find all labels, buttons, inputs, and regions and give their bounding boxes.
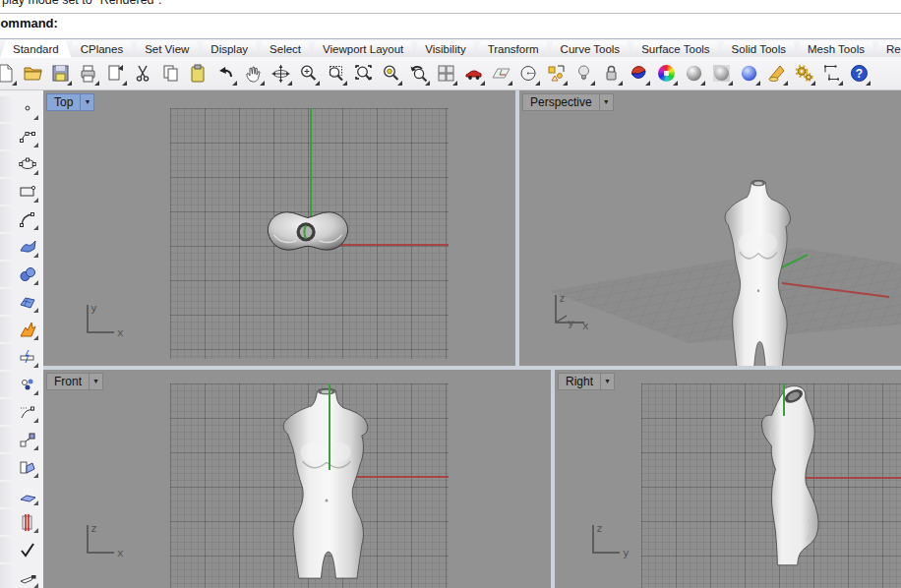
tab-select[interactable]: Select xyxy=(257,41,314,58)
torso-model-front-view[interactable] xyxy=(278,382,375,584)
chevron-down-icon[interactable]: ▼ xyxy=(600,93,614,111)
shaded-wedge-button[interactable] xyxy=(625,60,652,88)
circle-center-button[interactable] xyxy=(514,60,542,88)
pan-button[interactable] xyxy=(239,60,267,88)
viewport-title-right[interactable]: Right ▼ xyxy=(558,373,615,390)
viewport-front[interactable]: Front ▼ z x xyxy=(43,370,551,588)
clipped-tool-icon[interactable] xyxy=(0,206,12,232)
clipped-tool-icon[interactable] xyxy=(0,482,12,507)
fillet-corner-tool-icon[interactable] xyxy=(15,317,40,342)
viewport-title-label[interactable]: Top xyxy=(46,93,81,111)
new-file-button[interactable] xyxy=(0,60,19,88)
tab-curve-tools[interactable]: Curve Tools xyxy=(548,41,633,58)
move-tool-icon[interactable] xyxy=(15,427,40,452)
trim-plane-tool-icon[interactable] xyxy=(15,454,40,480)
tab-standard[interactable]: Standard xyxy=(0,40,72,58)
surface-patch-tool-icon[interactable] xyxy=(15,234,40,260)
chevron-down-icon[interactable]: ▼ xyxy=(81,93,94,111)
clipped-tool-icon[interactable] xyxy=(0,537,12,562)
clipped-tool-icon[interactable] xyxy=(0,262,12,287)
tab-solid-tools[interactable]: Solid Tools xyxy=(719,41,799,58)
rendered-mode-button[interactable] xyxy=(735,60,762,88)
osnap-button[interactable] xyxy=(542,60,570,88)
tab-set-view[interactable]: Set View xyxy=(132,41,202,58)
save-button[interactable] xyxy=(46,60,74,88)
print-button[interactable] xyxy=(74,60,101,88)
paste-button[interactable] xyxy=(184,60,211,88)
clipped-tool-icon[interactable] xyxy=(0,289,12,315)
point-tool-icon[interactable] xyxy=(15,96,40,122)
clipped-tool-icon[interactable] xyxy=(0,344,12,370)
chevron-down-icon[interactable]: ▼ xyxy=(601,373,615,390)
split-tool-icon[interactable] xyxy=(15,344,40,370)
clipped-tool-icon[interactable] xyxy=(0,427,12,452)
tab-display[interactable]: Display xyxy=(198,41,261,58)
tab-visibility[interactable]: Visibility xyxy=(412,41,478,58)
clipped-tool-icon[interactable] xyxy=(0,234,12,260)
help-button[interactable]: ? xyxy=(845,60,872,88)
zoom-window-button[interactable] xyxy=(322,60,349,88)
tab-mesh-tools[interactable]: Mesh Tools xyxy=(795,41,877,58)
clipped-tool-icon[interactable] xyxy=(0,372,12,397)
ellipse-tool-icon[interactable] xyxy=(15,151,40,177)
clipped-tool-icon[interactable] xyxy=(0,317,12,342)
undo-view-change-button[interactable] xyxy=(404,60,432,88)
shaded-mode-button[interactable] xyxy=(680,60,707,88)
section-tool-icon[interactable] xyxy=(15,509,40,535)
clipped-tool-icon[interactable] xyxy=(0,151,12,177)
tab-cplanes[interactable]: CPlanes xyxy=(68,41,136,58)
check-selection-tool-icon[interactable] xyxy=(15,537,40,562)
rotate-view-button[interactable] xyxy=(267,60,294,88)
clipped-tool-icon[interactable] xyxy=(0,124,12,149)
surface-from-grid-tool-icon[interactable] xyxy=(15,289,40,315)
extrude-surface-tool-icon[interactable] xyxy=(15,482,40,507)
viewport-title-label[interactable]: Front xyxy=(46,373,90,390)
tab-transform[interactable]: Transform xyxy=(475,41,552,58)
viewport-title-label[interactable]: Right xyxy=(558,373,601,390)
sphere-tool-icon[interactable] xyxy=(15,262,40,287)
viewport-title-top[interactable]: Top ▼ xyxy=(46,93,94,111)
named-views-button[interactable] xyxy=(459,60,487,88)
clipped-tool-icon[interactable] xyxy=(0,96,12,122)
color-wheel-button[interactable] xyxy=(652,60,680,88)
options-gears-button[interactable] xyxy=(790,60,817,88)
copy-button[interactable] xyxy=(156,60,184,88)
clipped-tool-icon[interactable] xyxy=(0,454,12,480)
torso-model-perspective[interactable] xyxy=(721,179,796,366)
tab-viewport-layout[interactable]: Viewport Layout xyxy=(310,41,416,58)
tab-surface-tools[interactable]: Surface Tools xyxy=(629,41,722,58)
viewport-title-perspective[interactable]: Perspective ▼ xyxy=(522,93,614,111)
clipped-tool-icon[interactable] xyxy=(0,509,12,535)
zoom-extents-button[interactable] xyxy=(349,60,377,88)
point-cloud-tool-icon[interactable] xyxy=(15,372,40,397)
torso-model-right-view[interactable] xyxy=(751,383,831,566)
spotlight-button[interactable] xyxy=(762,60,790,88)
viewport-perspective[interactable]: Perspective ▼ z y x xyxy=(519,90,901,366)
open-file-button[interactable] xyxy=(19,60,46,88)
curve-edit-tool-icon[interactable] xyxy=(15,399,40,425)
rectangle-tool-icon[interactable] xyxy=(15,179,40,205)
interpolate-curve-tool-icon[interactable] xyxy=(15,124,40,149)
clipped-tool-icon[interactable] xyxy=(0,179,12,205)
viewport-top[interactable]: Top ▼ y x xyxy=(43,90,515,366)
zoom-dynamic-button[interactable] xyxy=(294,60,322,88)
cut-button[interactable] xyxy=(129,60,156,88)
zoom-selected-button[interactable] xyxy=(377,60,404,88)
dimension-button[interactable] xyxy=(817,60,845,88)
clipped-tool-icon[interactable] xyxy=(0,399,12,425)
tab-render-tools[interactable]: Render Tools xyxy=(873,41,901,58)
four-viewports-button[interactable] xyxy=(432,60,459,88)
viewport-right[interactable]: Right ▼ z y xyxy=(555,370,901,588)
clipped-tool-icon[interactable] xyxy=(0,564,12,588)
command-prompt[interactable]: Command: xyxy=(0,16,58,30)
cplane-button[interactable] xyxy=(487,60,514,88)
undo-button[interactable] xyxy=(211,60,239,88)
copy-to-clipboard-button[interactable] xyxy=(101,60,129,88)
viewport-title-label[interactable]: Perspective xyxy=(522,93,600,111)
viewport-title-front[interactable]: Front ▼ xyxy=(46,373,103,390)
paintbrush-tool-icon[interactable] xyxy=(15,564,40,588)
ghosted-mode-button[interactable] xyxy=(707,60,735,88)
lock-button[interactable] xyxy=(597,60,625,88)
lamp-button[interactable] xyxy=(570,60,597,88)
arc-tool-icon[interactable] xyxy=(15,206,40,232)
